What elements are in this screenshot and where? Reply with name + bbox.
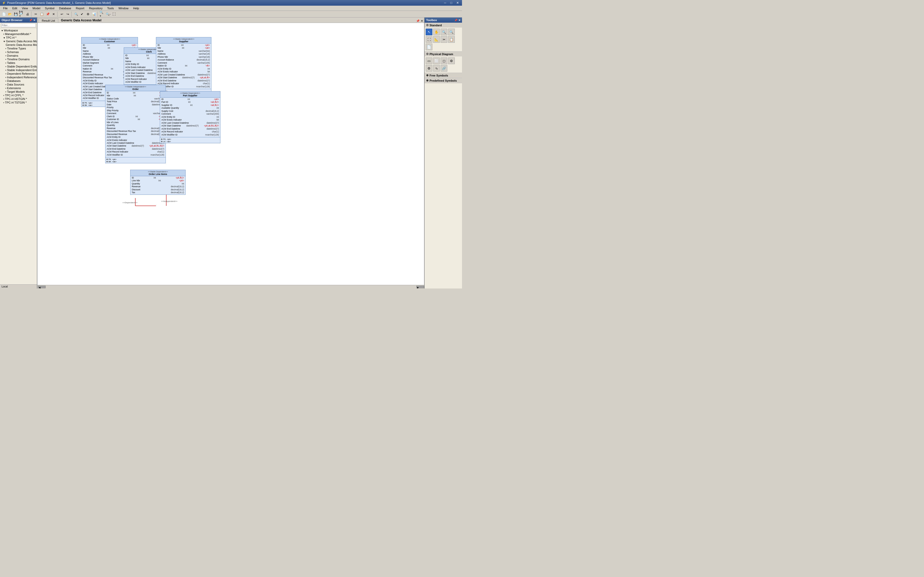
tree-item-tables[interactable]: +Tables	[0, 61, 37, 64]
toolbar-find[interactable]: 🔍	[73, 11, 79, 17]
toolbox-zoom-btn[interactable]: 🔍	[441, 29, 447, 35]
toolbox-cut-btn[interactable]: ✂	[441, 36, 447, 43]
toolbox-zoomin-btn[interactable]: ⛶	[426, 36, 432, 43]
customer-header: <<Stable Independent>> Customer	[81, 37, 138, 44]
tree-item-extensions[interactable]: +Extensions	[0, 86, 37, 90]
filter-input[interactable]	[1, 23, 36, 27]
toolbar-zoom-in[interactable]: 🔍+	[99, 11, 105, 17]
toolbox-refcolumn-btn[interactable]: ⚙	[448, 58, 455, 64]
toolbox-zoomout-btn[interactable]: 🔍	[448, 29, 455, 35]
toolbar-save[interactable]: 💾	[13, 11, 19, 17]
toolbox-close-icon[interactable]: ✕	[459, 19, 460, 22]
tree-item-domains[interactable]: +Domains	[0, 54, 37, 58]
toolbar-redo[interactable]: ↪	[65, 11, 71, 17]
menu-view[interactable]: View	[20, 6, 30, 10]
toolbar-check[interactable]: ✔	[79, 11, 85, 17]
toolbar-cut[interactable]: ✂	[33, 11, 39, 17]
minimize-button[interactable]: ─	[443, 1, 447, 5]
toolbox-connect-btn[interactable]: 🔗	[441, 65, 447, 72]
object-browser-icons[interactable]: 📌 ✕	[29, 19, 36, 22]
tree-item-tpch-tstgin[interactable]: +TPC-H TSTGIN *	[0, 101, 37, 104]
tree-item-timeline-types[interactable]: +Timeline Types	[0, 47, 37, 50]
toolbox-table-btn[interactable]: ▭	[426, 58, 432, 64]
toolbar-generate[interactable]: ⚙	[85, 11, 91, 17]
toolbar-impact[interactable]: 📊	[91, 11, 97, 17]
entity-order[interactable]: <<Stable Independent>> Order IDint<pk> N…	[105, 85, 166, 163]
toolbar-undo[interactable]: ↩	[59, 11, 65, 17]
menu-edit[interactable]: Edit	[10, 6, 19, 10]
tree-item-tpch[interactable]: ▼TPC-H *	[0, 36, 37, 39]
toolbar-new[interactable]: 📄	[1, 11, 7, 17]
toolbar-paste[interactable]: 📌	[45, 11, 50, 17]
menu-tools[interactable]: Tools	[105, 6, 116, 10]
toolbox-copy-btn[interactable]: 📋	[448, 36, 455, 43]
toolbar-open[interactable]: 📂	[7, 11, 13, 17]
tree-item-data-sources[interactable]: +Data Sources	[0, 83, 37, 86]
hscroll-left-btn[interactable]: ◄	[38, 286, 46, 288]
hscroll-right-btn[interactable]: ►	[416, 286, 424, 288]
toolbox-header-icons[interactable]: 📌 ✕	[454, 19, 460, 22]
ob-pin-icon[interactable]: 📌	[29, 19, 32, 22]
tree-item-gdamodel[interactable]: Generic Data Access Model	[0, 43, 37, 47]
toolbox-proc-btn[interactable]: ◻	[441, 58, 447, 64]
order-field-priority: Priorityint	[106, 106, 165, 109]
menu-help[interactable]: Help	[131, 6, 141, 10]
tree-item-databases[interactable]: +Databases	[0, 79, 37, 83]
entity-order-line-items[interactable]: <<Stable Dependent>> Order Line Items ID…	[130, 170, 186, 195]
ob-close-icon[interactable]: ✕	[33, 19, 36, 22]
tree-item-dependent-ref[interactable]: +Dependent Reference	[0, 72, 37, 76]
order-field-nbr: Nbrint<ak>	[106, 94, 165, 97]
horizontal-scrollbar[interactable]: ◄ ►	[37, 285, 424, 288]
toolbox-hand-btn[interactable]: ✋	[433, 29, 440, 35]
toolbox-pin-icon[interactable]: 📌	[454, 19, 457, 22]
toolbox-link-btn[interactable]: ∿	[433, 65, 440, 72]
toolbar-zoom-out[interactable]: 🔍-	[105, 11, 111, 17]
tree-item-independent-ref[interactable]: +Independent Reference	[0, 76, 37, 79]
supplier-field-acmentity: ACM Entity IDint	[157, 68, 210, 70]
menu-repository[interactable]: Repository	[87, 6, 105, 10]
app-icon: ⚡	[2, 1, 6, 5]
hscroll-track[interactable]	[46, 286, 416, 288]
toolbar-fit[interactable]: ⛶	[111, 11, 117, 17]
tree-item-timeline-domains[interactable]: +Timeline Domains	[0, 58, 37, 61]
menu-symbol[interactable]: Symbol	[43, 6, 57, 10]
toolbar-print[interactable]: 🖨	[25, 11, 31, 17]
toolbox-paste-btn[interactable]: 📄	[426, 44, 432, 50]
tree-item-target-models[interactable]: +Target Models	[0, 90, 37, 93]
toolbox-section-standard-header[interactable]: ⊙ Standard	[425, 23, 462, 27]
tree-item-stable-independent[interactable]: +Stable Independent Entity	[0, 68, 37, 72]
toolbox-section-predefined-header[interactable]: ⊗ Predefined Symbols	[425, 78, 462, 83]
menu-file[interactable]: File	[1, 6, 10, 10]
close-button[interactable]: ✕	[455, 1, 460, 5]
diagram-pin-icon[interactable]: 📌	[416, 19, 420, 23]
diagram-close-icon[interactable]: ✕	[421, 19, 423, 23]
title-bar-controls[interactable]: ─ □ ✕	[443, 1, 460, 5]
toolbox-section-physical-header[interactable]: ⊙ Physical Diagram	[425, 52, 462, 56]
toolbox-view-btn[interactable]: ⬜	[433, 58, 440, 64]
ps-field-acmstart: ACM Start Datetimedatetime2(7)<pk,ak,fk1…	[161, 124, 220, 127]
entity-part-supplier[interactable]: <<Stable Dependent>> Part Supplier IDint…	[160, 91, 220, 143]
toolbar-saveall[interactable]: 💾+	[19, 11, 24, 17]
order-field-acmexists: ACM Exists Indicatorbit	[106, 139, 165, 142]
toolbar-copy[interactable]: 📋	[39, 11, 45, 17]
maximize-button[interactable]: □	[449, 1, 453, 5]
diagram-canvas[interactable]: <<Independent>> <<Independent>> <<Depend…	[37, 23, 424, 285]
menu-database[interactable]: Database	[57, 6, 73, 10]
menu-window[interactable]: Window	[116, 6, 131, 10]
menu-report[interactable]: Report	[74, 6, 86, 10]
toolbox-pointer-btn[interactable]: ↖	[426, 29, 432, 35]
tree-item-stable-dependent[interactable]: +Stable Dependent Entity	[0, 64, 37, 68]
tab-result-list[interactable]: Result List	[39, 18, 58, 23]
menu-model[interactable]: Model	[31, 6, 42, 10]
toolbar-delete[interactable]: ✕	[51, 11, 57, 17]
toolbox-measure-btn[interactable]: 📐	[433, 36, 440, 43]
tree-item-schemas[interactable]: +Schemas	[0, 50, 37, 54]
tree-item-tpch-cfpl[interactable]: +TPC-H CFPL *	[0, 93, 37, 97]
tree-item-managementmodel[interactable]: +ManagementModel *	[0, 32, 37, 36]
tree-item-gdamodel1[interactable]: ▼Generic Data Access Model_1 *	[0, 39, 37, 43]
tree-item-workspace[interactable]: ▼Workspace	[0, 29, 37, 32]
toolbox-refpk-btn[interactable]: ⚙	[426, 65, 432, 72]
toolbox-section-free-header[interactable]: ⊗ Free Symbols	[425, 73, 462, 78]
toolbox-physical-chevron-icon: ⊙	[426, 52, 428, 56]
tree-item-tpch-hstgin[interactable]: +TPC-H HSTGIN *	[0, 97, 37, 101]
